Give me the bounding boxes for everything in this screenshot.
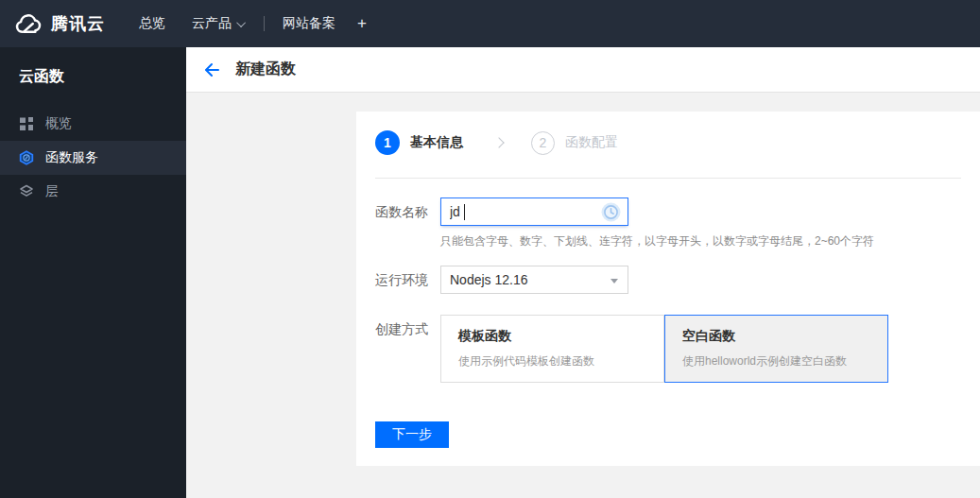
divider: [375, 178, 961, 179]
back-arrow-icon[interactable]: [203, 62, 220, 77]
create-function-card: 1 基本信息 2 函数配置 函数名称: [356, 112, 980, 466]
grid-icon: [19, 116, 34, 131]
creation-method-label: 创建方式: [375, 315, 440, 383]
next-step-button[interactable]: 下一步: [375, 421, 449, 448]
layers-icon: [19, 184, 34, 199]
option-card-template-function[interactable]: 模板函数 使用示例代码模板创建函数: [440, 315, 664, 383]
runtime-selected-value: Nodejs 12.16: [450, 272, 528, 287]
scf-hexagon-icon: [19, 150, 34, 165]
step-indicator: 1 基本信息 2 函数配置: [375, 130, 961, 155]
topnav-item-overview[interactable]: 总览: [139, 15, 165, 32]
select-caret-icon: [610, 279, 618, 283]
page-title: 新建函数: [235, 60, 296, 79]
tencent-cloud-brand[interactable]: 腾讯云: [0, 12, 105, 35]
creation-method-options: 模板函数 使用示例代码模板创建函数 空白函数 使用helloworld示例创建空…: [440, 315, 888, 383]
topnav-item-products[interactable]: 云产品: [192, 15, 246, 32]
option-card-blank-function[interactable]: 空白函数 使用helloworld示例创建空白函数: [664, 315, 888, 383]
screen: 腾讯云 总览 云产品 网站备案 + 云函数 概览: [0, 0, 980, 498]
function-name-label: 函数名称: [375, 197, 440, 226]
step-1-circle: 1: [375, 130, 400, 155]
function-name-hint: 只能包含字母、数字、下划线、连字符，以字母开头，以数字或字母结尾，2~60个字符: [440, 234, 961, 248]
runtime-label: 运行环境: [375, 266, 440, 294]
tencent-cloud-logo-icon: [13, 13, 43, 35]
sidebar-item-layers[interactable]: 层: [0, 175, 186, 209]
topnav: 总览 云产品 网站备案 +: [105, 14, 367, 33]
option-title: 空白函数: [682, 328, 887, 345]
sidebar-item-label: 层: [45, 183, 59, 200]
option-desc: 使用helloworld示例创建空白函数: [682, 353, 887, 369]
sidebar: 云函数 概览 函数服务: [0, 47, 186, 498]
add-tab-button[interactable]: +: [357, 14, 367, 33]
brand-name: 腾讯云: [51, 12, 105, 35]
step-2-circle: 2: [531, 131, 555, 155]
step-2-label: 函数配置: [565, 134, 618, 151]
page-header: 新建函数: [186, 47, 980, 93]
sidebar-item-functions[interactable]: 函数服务: [0, 141, 186, 175]
step-separator-chevron-icon: [493, 137, 504, 147]
function-name-row: 函数名称: [375, 197, 961, 226]
chevron-down-icon: [236, 18, 246, 27]
function-name-input-wrap: [440, 197, 628, 226]
sidebar-item-overview[interactable]: 概览: [0, 107, 186, 141]
topnav-divider: [264, 16, 265, 31]
option-title: 模板函数: [458, 328, 663, 345]
creation-method-row: 创建方式 模板函数 使用示例代码模板创建函数 空白函数 使用helloworld…: [375, 315, 961, 383]
sidebar-item-label: 概览: [45, 115, 72, 132]
topnav-item-icp[interactable]: 网站备案: [283, 15, 335, 32]
option-desc: 使用示例代码模板创建函数: [458, 353, 663, 369]
step-1-label: 基本信息: [410, 134, 463, 151]
sidebar-item-label: 函数服务: [45, 149, 98, 166]
clock-pending-icon: [601, 202, 621, 222]
text-cursor: [464, 204, 465, 220]
sidebar-title: 云函数: [0, 47, 186, 107]
runtime-row: 运行环境 Nodejs 12.16: [375, 266, 961, 294]
content-area: 1 基本信息 2 函数配置 函数名称: [186, 94, 980, 498]
topbar: 腾讯云 总览 云产品 网站备案 +: [0, 0, 980, 47]
runtime-select[interactable]: Nodejs 12.16: [440, 266, 628, 294]
